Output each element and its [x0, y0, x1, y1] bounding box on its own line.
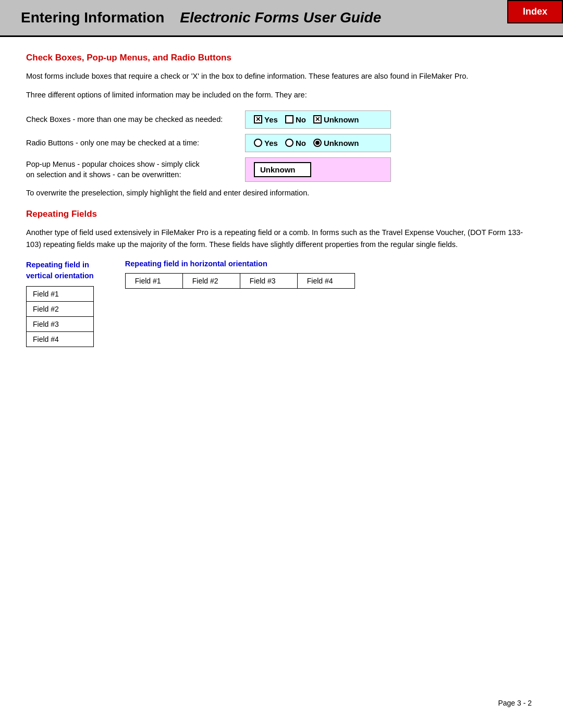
repeating-columns: Repeating field in vertical orientation … [26, 260, 537, 347]
section1-para1: Most forms include boxes that require a … [26, 70, 537, 82]
checkbox-yes-label: Yes [264, 115, 278, 124]
section2-para1: Another type of field used extensively i… [26, 227, 537, 250]
popup-field-value[interactable]: Unknown [254, 162, 311, 177]
list-item[interactable]: Field #1 [27, 286, 94, 301]
list-item[interactable]: Field #3 [240, 274, 297, 289]
list-item[interactable]: Field #2 [182, 274, 240, 289]
section1-heading: Check Boxes, Pop-up Menus, and Radio But… [26, 53, 537, 63]
checkbox-demo-row: Check Boxes - more than one may be check… [26, 110, 537, 129]
radio-unknown-label: Unknown [324, 139, 359, 147]
popup-widget[interactable]: Unknown [245, 157, 391, 182]
vertical-table: Field #1Field #2Field #3Field #4 [26, 286, 94, 347]
index-button[interactable]: Index [507, 0, 563, 23]
overwrite-para: To overwrite the preselection, simply hi… [26, 187, 537, 199]
table-row: Field #3 [27, 316, 94, 331]
radio-unknown[interactable]: Unknown [313, 139, 359, 147]
vertical-heading: Repeating field in vertical orientation [26, 260, 94, 281]
popup-label: Pop-up Menus - popular choices show - si… [26, 159, 245, 180]
table-row: Field #1 [27, 286, 94, 301]
vertical-heading-line2: vertical orientation [26, 272, 94, 280]
section-repeating: Repeating Fields Another type of field u… [26, 209, 537, 347]
section1-para2: Three different options of limited infor… [26, 89, 537, 101]
checkbox-unknown[interactable]: Unknown [313, 115, 359, 124]
table-row: Field #1Field #2Field #3Field #4 [125, 274, 354, 289]
radio-unknown-circle[interactable] [313, 139, 322, 147]
section-checkboxes: Check Boxes, Pop-up Menus, and Radio But… [26, 53, 537, 199]
checkbox-label: Check Boxes - more than one may be check… [26, 114, 245, 125]
radio-yes-circle[interactable] [254, 139, 262, 147]
page-number: Page 3 - 2 [498, 699, 532, 707]
checkbox-widget[interactable]: Yes No Unknown [245, 110, 391, 129]
list-item[interactable]: Field #4 [297, 274, 354, 289]
radio-demo-row: Radio Buttons - only one may be checked … [26, 134, 537, 152]
popup-label-line2: on selection and it shows - can be overw… [26, 169, 245, 180]
radio-no[interactable]: No [285, 139, 306, 147]
list-item[interactable]: Field #1 [125, 274, 182, 289]
checkbox-no[interactable]: No [285, 115, 306, 124]
checkbox-yes-box[interactable] [254, 115, 262, 124]
list-item[interactable]: Field #2 [27, 301, 94, 316]
main-content: Check Boxes, Pop-up Menus, and Radio But… [0, 37, 563, 368]
checkbox-unknown-box[interactable] [313, 115, 322, 124]
table-row: Field #4 [27, 331, 94, 347]
list-item[interactable]: Field #3 [27, 316, 94, 331]
radio-yes[interactable]: Yes [254, 139, 278, 147]
table-row: Field #2 [27, 301, 94, 316]
radio-label: Radio Buttons - only one may be checked … [26, 138, 245, 148]
horizontal-table: Field #1Field #2Field #3Field #4 [125, 273, 355, 289]
radio-no-label: No [296, 139, 306, 147]
header-title: Entering Information [21, 9, 164, 26]
radio-widget[interactable]: Yes No Unknown [245, 134, 391, 152]
checkbox-yes[interactable]: Yes [254, 115, 278, 124]
popup-label-line1: Pop-up Menus - popular choices show - si… [26, 159, 245, 169]
horizontal-heading: Repeating field in horizontal orientatio… [125, 260, 355, 268]
list-item[interactable]: Field #4 [27, 331, 94, 347]
vertical-repeating-col: Repeating field in vertical orientation … [26, 260, 94, 347]
radio-yes-label: Yes [264, 139, 278, 147]
horizontal-repeating-col: Repeating field in horizontal orientatio… [125, 260, 355, 289]
radio-no-circle[interactable] [285, 139, 293, 147]
header-subtitle: Electronic Forms User Guide [180, 9, 381, 26]
vertical-heading-line1: Repeating field in [26, 261, 89, 269]
page-header: Entering Information Electronic Forms Us… [0, 0, 563, 37]
demo-area: Check Boxes - more than one may be check… [26, 110, 537, 182]
checkbox-no-label: No [296, 115, 306, 124]
checkbox-unknown-label: Unknown [324, 115, 359, 124]
popup-demo-row: Pop-up Menus - popular choices show - si… [26, 157, 537, 182]
checkbox-no-box[interactable] [285, 115, 293, 124]
section2-heading: Repeating Fields [26, 209, 537, 219]
